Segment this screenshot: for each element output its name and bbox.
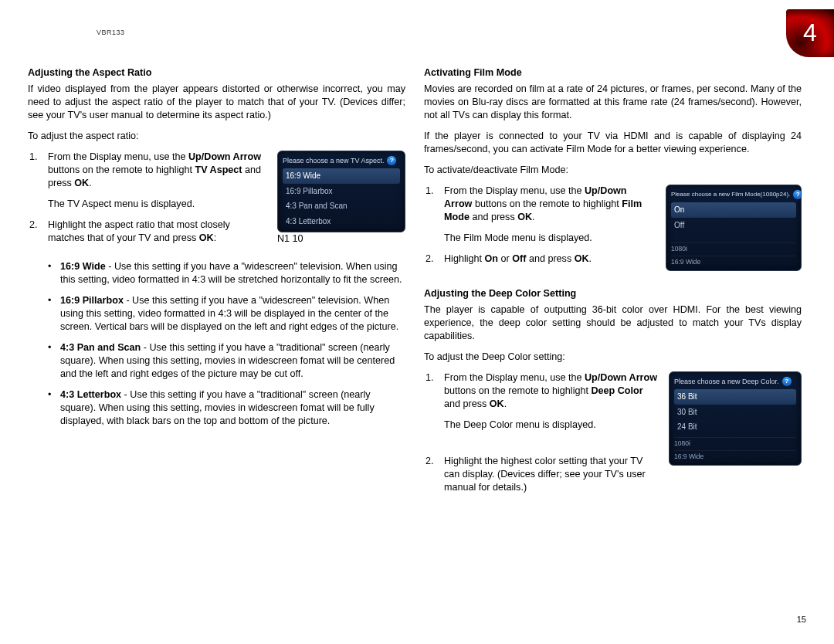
opt-16-9-wide: 16:9 Wide - Use this setting if you have… [28, 260, 405, 286]
content-columns: Adjusting the Aspect Ratio If video disp… [28, 66, 802, 510]
left-column: Adjusting the Aspect Ratio If video disp… [28, 66, 405, 510]
page-number: 15 [797, 614, 806, 625]
chapter-number: 4 [803, 16, 817, 49]
filmmode-screenshot: Please choose a new Film Mode(1080p24).?… [666, 185, 802, 271]
right-column: Activating Film Mode Movies are recorded… [424, 66, 802, 510]
aspect-options: 16:9 Wide - Use this setting if you have… [28, 260, 405, 428]
help-icon: ? [387, 156, 396, 165]
aspect-intro: If video displayed from the player appea… [28, 83, 405, 122]
heading-deepcolor: Adjusting the Deep Color Setting [424, 287, 802, 300]
filmmode-step1: 1. From the Display menu, use the Up/Dow… [424, 185, 656, 245]
aspect-step1-row: 1. From the Display menu, use the Up/Dow… [28, 151, 405, 253]
deepcolor-screenshot: Please choose a new Deep Color.? 36 Bit … [669, 371, 802, 466]
deepcolor-step1: 1. From the Display menu, use the Up/Dow… [424, 371, 659, 432]
opt-16-9-pillarbox: 16:9 Pillarbox - Use this setting if you… [28, 294, 405, 334]
filmmode-step2: 2. Highlight On or Off and press OK. [424, 253, 656, 266]
filmmode-lead: To activate/deactivate Film Mode: [424, 164, 802, 177]
opt-4-3-pan-scan: 4:3 Pan and Scan - Use this setting if y… [28, 341, 405, 381]
aspect-step1-text: 1. From the Display menu, use the Up/Dow… [28, 151, 268, 253]
help-icon: ? [793, 190, 802, 199]
aspect-step1: 1. From the Display menu, use the Up/Dow… [28, 151, 268, 211]
deepcolor-lead: To adjust the Deep Color setting: [424, 351, 802, 364]
model-label: VBR133 [97, 28, 125, 37]
deepcolor-step2: 2. Highlight the highest color setting t… [424, 455, 659, 494]
heading-filmmode: Activating Film Mode [424, 66, 802, 80]
aspect-screenshot: Please choose a new TV Aspect.? 16:9 Wid… [277, 151, 405, 246]
filmmode-steps-row: 1. From the Display menu, use the Up/Dow… [424, 185, 802, 273]
filmmode-intro: Movies are recorded on film at a rate of… [424, 83, 802, 122]
deepcolor-intro: The player is capable of outputting 36-b… [424, 303, 802, 343]
heading-aspect: Adjusting the Aspect Ratio [28, 66, 405, 80]
chapter-tab: 4 [786, 9, 834, 57]
aspect-lead: To adjust the aspect ratio: [28, 130, 405, 143]
aspect-step2: 2. Highlight the aspect ratio that most … [28, 219, 268, 245]
deepcolor-steps-row: 1. From the Display menu, use the Up/Dow… [424, 371, 802, 502]
help-icon: ? [782, 377, 792, 386]
opt-4-3-letterbox: 4:3 Letterbox - Use this setting if you … [28, 388, 405, 428]
filmmode-intro2: If the player is connected to your TV vi… [424, 130, 802, 156]
